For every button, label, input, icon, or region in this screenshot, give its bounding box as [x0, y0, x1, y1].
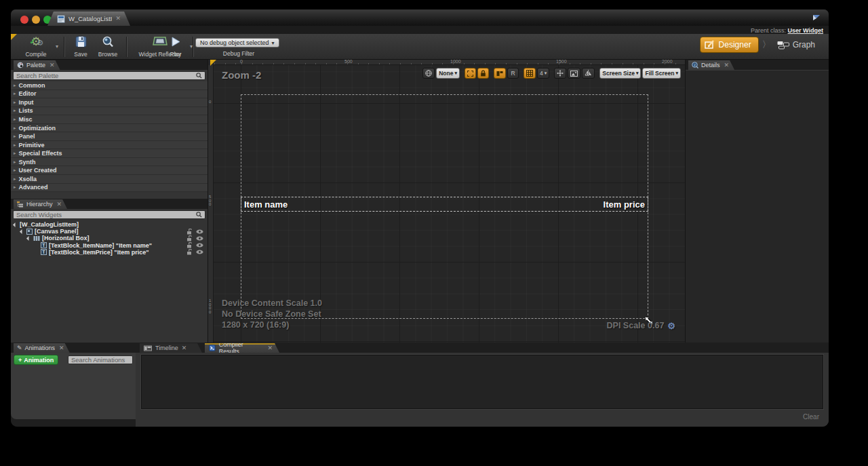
flip-mirror-icon: [585, 70, 592, 77]
play-options-caret[interactable]: ▾: [190, 43, 193, 50]
lock-open-icon[interactable]: [186, 235, 192, 241]
expander-icon[interactable]: ▸: [14, 159, 16, 165]
lock-open-icon[interactable]: [186, 242, 192, 248]
visibility-eye-icon[interactable]: [196, 229, 203, 234]
palette-category-panel[interactable]: ▸Panel: [11, 132, 208, 141]
item-price-text[interactable]: Item price: [604, 199, 645, 210]
details-tab[interactable]: i Details ✕: [688, 60, 734, 70]
r-button[interactable]: R: [507, 68, 519, 79]
localization-preview-button[interactable]: [422, 68, 435, 79]
visibility-eye-icon[interactable]: [196, 243, 203, 248]
expander-open-icon[interactable]: [20, 229, 24, 234]
graph-mode-button[interactable]: Graph: [774, 40, 818, 50]
close-tab-icon[interactable]: ✕: [267, 345, 273, 351]
parent-class-value: User Widget: [788, 27, 823, 34]
close-tab-icon[interactable]: ✕: [59, 345, 64, 351]
show-outlines-toggle[interactable]: [465, 68, 476, 79]
tree-row-horizontal-box[interactable]: [Horizontal Box]: [11, 235, 208, 241]
timeline-tab[interactable]: Timeline ✕: [140, 343, 202, 353]
close-tab-icon[interactable]: ✕: [115, 16, 121, 22]
visibility-eye-icon[interactable]: [196, 236, 203, 241]
hierarchy-search-input[interactable]: [16, 211, 196, 218]
palette-category-misc[interactable]: ▸Misc: [11, 115, 208, 124]
expander-open-icon[interactable]: [26, 236, 31, 241]
expander-icon[interactable]: ▸: [14, 100, 16, 105]
expander-icon[interactable]: ▸: [14, 91, 16, 96]
hierarchy-icon: [17, 201, 24, 208]
palette-category-xsolla[interactable]: ▸Xsolla: [11, 175, 208, 184]
minimize-window-button[interactable]: [32, 16, 40, 24]
expander-icon[interactable]: ▸: [14, 168, 16, 173]
close-window-button[interactable]: [20, 16, 28, 24]
compile-options-caret[interactable]: ▾: [56, 43, 58, 50]
palette-category-optimization[interactable]: ▸Optimization: [11, 124, 208, 133]
close-tab-icon[interactable]: ✕: [57, 201, 62, 208]
expander-icon[interactable]: ▸: [14, 125, 16, 131]
horizontal-box-preview[interactable]: Item name Item price: [241, 197, 648, 212]
compiler-log-area[interactable]: [141, 355, 823, 409]
close-tab-icon[interactable]: ✕: [182, 345, 187, 351]
expander-icon[interactable]: ▸: [14, 185, 16, 190]
preview-background-button[interactable]: [568, 68, 580, 79]
tree-row-root[interactable]: [W_CatalogListItem]: [11, 221, 208, 228]
designer-mode-button[interactable]: Designer: [700, 37, 759, 53]
clear-log-button[interactable]: Clear: [803, 413, 819, 421]
expander-icon[interactable]: ▸: [14, 176, 16, 182]
anchor-dropdown[interactable]: None▾: [436, 68, 460, 79]
grid-size-dropdown[interactable]: 4▾: [537, 68, 549, 79]
respect-locks-toggle[interactable]: [494, 68, 506, 79]
tree-row-textblock-itemprice[interactable]: T [TextBlock_ItemPrice] "Item price": [11, 249, 208, 256]
close-tab-icon[interactable]: ✕: [724, 62, 730, 69]
lock-widgets-toggle[interactable]: [477, 68, 489, 79]
design-canvas[interactable]: Zoom -2 None▾ R: [214, 65, 685, 343]
lock-open-icon[interactable]: [186, 249, 192, 255]
hierarchy-tab[interactable]: Hierarchy ✕: [14, 199, 67, 209]
visibility-eye-icon[interactable]: [196, 250, 203, 254]
palette-category-synth[interactable]: ▸Synth: [11, 158, 208, 167]
palette-search[interactable]: [13, 71, 205, 80]
grid-snapping-toggle[interactable]: [524, 68, 536, 79]
palette-category-input[interactable]: ▸Input: [11, 98, 208, 107]
palette-category-advanced[interactable]: ▸Advanced: [11, 184, 208, 193]
globe-icon: [425, 70, 432, 77]
details-panel-body: [686, 70, 829, 343]
expander-icon[interactable]: ▸: [14, 83, 16, 88]
play-icon: [170, 36, 181, 47]
close-tab-icon[interactable]: ✕: [50, 62, 55, 69]
animations-tab[interactable]: ✎ Animations ✕: [14, 343, 70, 353]
flip-preview-button[interactable]: [582, 68, 595, 79]
debug-object-dropdown[interactable]: No debug object selected▾: [195, 38, 279, 47]
play-button[interactable]: Play: [163, 35, 189, 58]
tree-row-textblock-itemname[interactable]: T [TextBlock_ItemName] "Item name": [11, 242, 208, 249]
palette-category-primitive[interactable]: ▸Primitive: [11, 141, 208, 150]
compiler-results-tab[interactable]: Compiler Results ✕: [205, 343, 279, 353]
animations-search[interactable]: [68, 355, 133, 364]
hierarchy-search[interactable]: [13, 210, 205, 219]
transform-mode-button[interactable]: [554, 68, 566, 79]
expander-icon[interactable]: ▸: [14, 108, 16, 113]
compile-button[interactable]: ⚙⚙✓ Compile: [16, 35, 56, 58]
palette-category-common[interactable]: ▸Common: [11, 81, 208, 90]
palette-category-special-effects[interactable]: ▸Special Effects: [11, 149, 208, 158]
palette-search-input[interactable]: [16, 72, 196, 79]
dpi-settings-gear-icon[interactable]: ⚙: [667, 322, 675, 330]
expander-open-icon[interactable]: [13, 222, 18, 227]
add-animation-button[interactable]: + Animation: [14, 355, 58, 365]
item-name-text[interactable]: Item name: [244, 199, 288, 210]
screen-size-dropdown[interactable]: Screen Size▾: [599, 68, 641, 79]
palette-category-lists[interactable]: ▸Lists: [11, 107, 208, 116]
fill-screen-dropdown[interactable]: Fill Screen▾: [642, 68, 681, 79]
expander-icon[interactable]: ▸: [14, 134, 16, 139]
palette-tab[interactable]: Palette ✕: [14, 60, 60, 70]
expander-icon[interactable]: ▸: [14, 117, 16, 122]
palette-category-user-created[interactable]: ▸User Created: [11, 166, 208, 175]
palette-category-editor[interactable]: ▸Editor: [11, 90, 208, 99]
expander-icon[interactable]: ▸: [14, 142, 16, 148]
save-button[interactable]: Save: [69, 35, 92, 58]
tree-row-canvas-panel[interactable]: [Canvas Panel]: [11, 228, 208, 235]
browse-magnifier-icon: [102, 36, 114, 47]
expander-icon[interactable]: ▸: [14, 151, 16, 156]
document-tab[interactable]: W_CatalogListItem ✕: [47, 12, 130, 26]
lock-open-icon[interactable]: [186, 229, 192, 235]
browse-button[interactable]: Browse: [94, 35, 122, 58]
